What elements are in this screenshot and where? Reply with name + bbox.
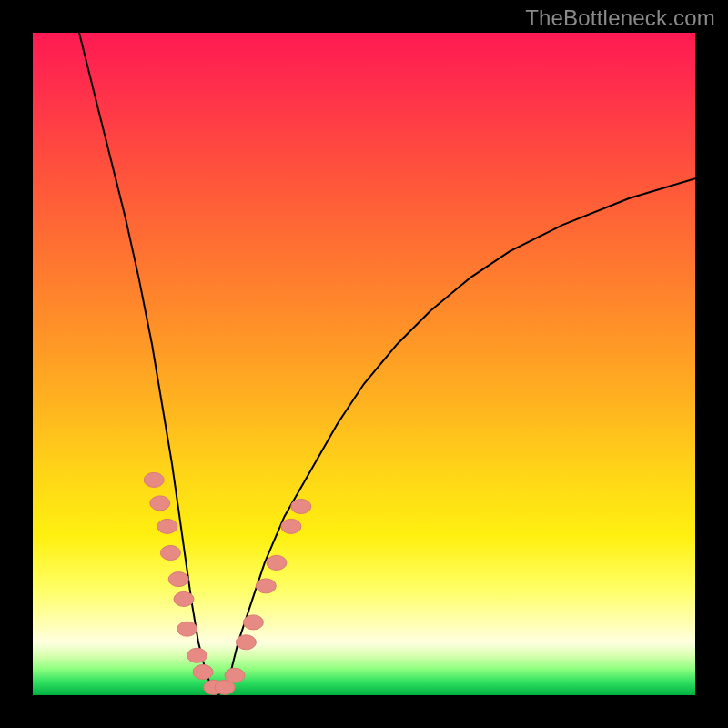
curve-dot bbox=[187, 648, 207, 662]
curve-dot bbox=[193, 665, 213, 680]
curve-dot bbox=[157, 519, 177, 533]
chart-frame: TheBottleneck.com bbox=[0, 0, 728, 728]
curve-dot bbox=[160, 546, 180, 561]
curve-dot bbox=[281, 519, 301, 533]
bottleneck-curve bbox=[79, 33, 695, 695]
curve-dot bbox=[174, 592, 194, 606]
curve-dot bbox=[236, 635, 256, 650]
plot-area bbox=[33, 33, 695, 695]
plot-svg bbox=[33, 33, 695, 695]
curve-dot bbox=[144, 472, 164, 487]
curve-dot bbox=[267, 555, 287, 570]
curve-dot bbox=[168, 572, 188, 587]
curve-dot bbox=[256, 579, 276, 593]
curve-dot bbox=[291, 500, 311, 514]
curve-dot bbox=[243, 615, 263, 630]
curve-dots bbox=[144, 472, 311, 694]
curve-dot bbox=[177, 622, 197, 636]
curve-dot bbox=[225, 668, 245, 682]
curve-dot bbox=[150, 496, 170, 511]
watermark-text: TheBottleneck.com bbox=[525, 5, 715, 31]
